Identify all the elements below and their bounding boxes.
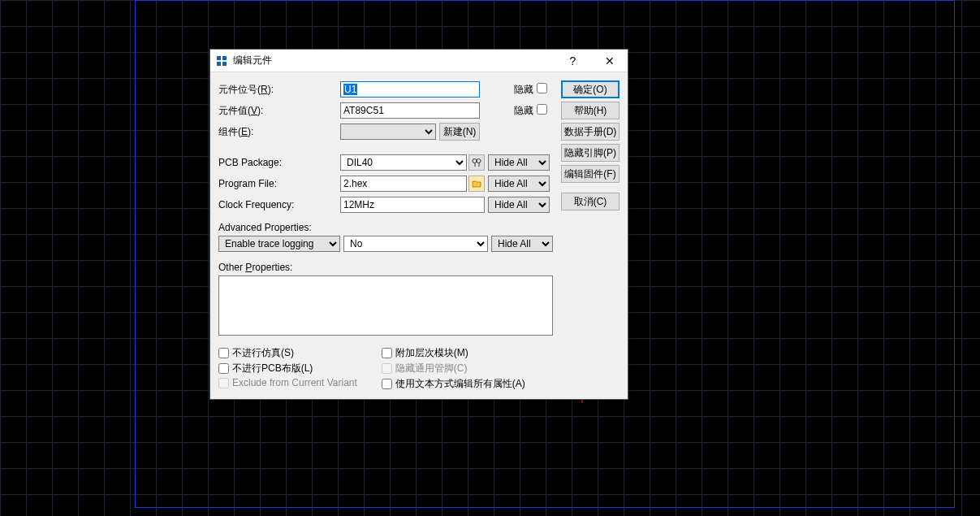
other-properties-label: Other Properties: bbox=[218, 262, 553, 273]
svg-point-6 bbox=[473, 159, 477, 163]
folder-open-icon bbox=[472, 179, 481, 189]
edit-as-text-checkbox[interactable]: 使用文本方式编辑所有属性(A) bbox=[382, 377, 525, 391]
help-button[interactable]: ? bbox=[555, 50, 591, 72]
ref-input[interactable]: U1 bbox=[340, 81, 480, 98]
program-file-browse-button[interactable] bbox=[468, 176, 485, 192]
help-button-side[interactable]: 帮助(H) bbox=[561, 102, 620, 119]
clock-freq-label: Clock Frequency: bbox=[218, 199, 340, 210]
hidden-pins-button[interactable]: 隐藏引脚(P) bbox=[561, 144, 620, 162]
element-select[interactable] bbox=[340, 124, 436, 140]
svg-rect-4 bbox=[217, 62, 221, 66]
no-sim-checkbox[interactable]: 不进行仿真(S) bbox=[218, 346, 357, 360]
svg-point-7 bbox=[477, 159, 481, 163]
dialog-titlebar[interactable]: 编辑元件 ? ✕ bbox=[210, 50, 628, 72]
button-column: 确定(O) 帮助(H) 数据手册(D) 隐藏引脚(P) 编辑固件(F) 取消(C… bbox=[561, 80, 620, 391]
adv-property-select[interactable]: Enable trace logging bbox=[218, 236, 340, 252]
ref-hidden-checkbox[interactable] bbox=[537, 83, 547, 93]
ref-label: 元件位号(R): bbox=[218, 83, 340, 97]
pcb-package-visibility[interactable]: Hide All bbox=[488, 154, 550, 171]
program-file-visibility[interactable]: Hide All bbox=[488, 176, 550, 192]
other-properties-textarea[interactable] bbox=[218, 275, 553, 336]
exclude-variant-checkbox: Exclude from Current Variant bbox=[218, 377, 357, 388]
program-file-input[interactable] bbox=[340, 176, 467, 192]
edit-firmware-button[interactable]: 编辑固件(F) bbox=[561, 165, 620, 183]
adv-value-select[interactable]: No bbox=[343, 236, 488, 252]
value-hidden-checkbox[interactable] bbox=[537, 104, 547, 115]
value-label: 元件值(V): bbox=[218, 104, 340, 118]
datasheet-button[interactable]: 数据手册(D) bbox=[561, 123, 620, 141]
no-pcb-checkbox[interactable]: 不进行PCB布版(L) bbox=[218, 362, 357, 375]
hide-common-pins-checkbox: 隐藏通用管脚(C) bbox=[382, 362, 525, 375]
form-area: 元件位号(R): U1 隐藏 元件值(V): 隐藏 组件(E): bbox=[218, 80, 553, 391]
close-button[interactable]: ✕ bbox=[591, 50, 628, 72]
program-file-label: Program File: bbox=[218, 178, 340, 189]
clock-freq-visibility[interactable]: Hide All bbox=[488, 197, 550, 213]
ok-button[interactable]: 确定(O) bbox=[561, 80, 620, 98]
edit-component-dialog: 编辑元件 ? ✕ 元件位号(R): U1 隐藏 元件值(V): 隐藏 bbox=[209, 49, 628, 400]
pcb-package-label: PCB Package: bbox=[218, 157, 340, 168]
dialog-title: 编辑元件 bbox=[233, 54, 555, 67]
attach-hierarchy-checkbox[interactable]: 附加层次模块(M) bbox=[382, 346, 525, 360]
svg-rect-5 bbox=[222, 62, 227, 66]
pcb-package-browse-button[interactable] bbox=[468, 154, 485, 171]
advanced-label: Advanced Properties: bbox=[218, 222, 553, 233]
hidden-label-2: 隐藏 bbox=[504, 104, 537, 118]
element-label: 组件(E): bbox=[218, 125, 340, 139]
search-icon bbox=[472, 158, 481, 167]
cancel-button[interactable]: 取消(C) bbox=[561, 193, 620, 210]
new-button[interactable]: 新建(N) bbox=[439, 123, 480, 141]
adv-visibility[interactable]: Hide All bbox=[491, 236, 553, 252]
app-icon bbox=[215, 54, 228, 67]
hidden-label-1: 隐藏 bbox=[504, 83, 537, 97]
value-input[interactable] bbox=[340, 102, 480, 119]
svg-rect-2 bbox=[217, 56, 221, 60]
clock-freq-input[interactable] bbox=[340, 197, 485, 213]
pcb-package-select[interactable]: DIL40 bbox=[340, 154, 467, 171]
svg-rect-3 bbox=[222, 56, 227, 60]
